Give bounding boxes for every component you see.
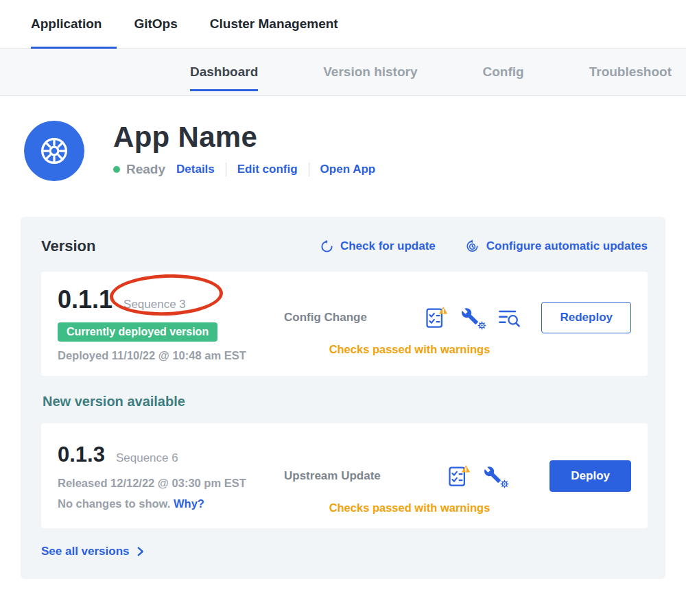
- configure-automatic-updates-label: Configure automatic updates: [486, 239, 648, 253]
- new-version-row: 0.1.3 Sequence 6: [58, 442, 284, 467]
- edit-config-link[interactable]: Edit config: [237, 163, 298, 176]
- app-status: Ready: [113, 162, 165, 177]
- chevron-right-icon: [136, 546, 145, 557]
- config-wrench-icon[interactable]: [461, 306, 484, 329]
- version-section-title: Version: [41, 237, 291, 255]
- gear-icon: [477, 321, 486, 330]
- page-title: App Name: [113, 121, 375, 154]
- wrench-icon: [484, 466, 501, 484]
- auto-update-clock-icon: [464, 239, 480, 254]
- divider: [309, 163, 309, 176]
- new-version-icons: [404, 464, 549, 488]
- config-wrench-icon[interactable]: [484, 464, 507, 488]
- see-all-versions-link[interactable]: See all versions: [41, 545, 145, 558]
- app-sub-nav: Dashboard Version history Config Trouble…: [0, 49, 686, 96]
- new-checks-status: Checks passed with warnings: [284, 501, 535, 514]
- app-meta-row: Ready Details Edit config Open App: [113, 162, 375, 177]
- preflight-checks-warning-icon[interactable]: [447, 464, 471, 488]
- new-version-action-row: Upstream Update: [284, 460, 631, 492]
- divider: [226, 163, 226, 176]
- current-version-action-row: Config Change: [284, 302, 631, 333]
- new-version-heading: New version available: [43, 394, 648, 410]
- status-dot: [113, 166, 120, 173]
- no-changes-line: No changes to show. Why?: [58, 497, 284, 510]
- primary-nav: Application GitOps Cluster Management: [0, 0, 686, 49]
- redeploy-button[interactable]: Redeploy: [541, 302, 631, 333]
- current-version-number: 0.1.1: [58, 285, 113, 314]
- current-version-info: 0.1.1 Sequence 3 Currently deployed vers…: [58, 285, 284, 362]
- current-checks-status: Checks passed with warnings: [284, 343, 535, 356]
- tab-version-history[interactable]: Version history: [323, 49, 417, 95]
- new-version-number: 0.1.3: [58, 442, 105, 467]
- deployed-timestamp: Deployed 11/10/22 @ 10:48 am EST: [58, 349, 284, 362]
- details-link[interactable]: Details: [176, 163, 215, 176]
- top-tab-gitops[interactable]: GitOps: [134, 0, 177, 48]
- view-diff-icon[interactable]: [497, 305, 521, 330]
- tab-dashboard[interactable]: Dashboard: [190, 49, 258, 95]
- new-version-card: 0.1.3 Sequence 6 Released 12/12/22 @ 03:…: [41, 423, 648, 528]
- tab-config[interactable]: Config: [483, 49, 524, 95]
- configure-automatic-updates-button[interactable]: Configure automatic updates: [464, 239, 648, 254]
- top-tab-cluster-management[interactable]: Cluster Management: [210, 0, 338, 48]
- tab-troubleshoot[interactable]: Troubleshoot: [589, 49, 672, 95]
- current-version-icons: [404, 305, 541, 330]
- see-all-versions-label: See all versions: [41, 545, 130, 558]
- version-section-header: Version Check for update Configure autom…: [41, 237, 648, 255]
- new-version-actions: Upstream Update: [284, 437, 631, 514]
- app-header-text: App Name Ready Details Edit config Open …: [113, 121, 375, 177]
- deploy-button[interactable]: Deploy: [549, 460, 631, 492]
- preflight-checks-warning-icon[interactable]: [424, 305, 449, 330]
- new-change-type: Upstream Update: [284, 469, 404, 483]
- new-sequence-label: Sequence 6: [116, 451, 178, 465]
- kubernetes-wheel-icon: [36, 133, 72, 169]
- gear-icon: [500, 479, 509, 488]
- current-version-row: 0.1.1 Sequence 3: [58, 285, 284, 314]
- open-app-link[interactable]: Open App: [320, 163, 376, 176]
- no-changes-text: No changes to show.: [58, 497, 170, 510]
- released-timestamp: Released 12/12/22 @ 03:30 pm EST: [58, 477, 284, 490]
- new-version-info: 0.1.3 Sequence 6 Released 12/12/22 @ 03:…: [58, 437, 284, 514]
- status-label: Ready: [126, 162, 165, 177]
- refresh-icon: [320, 239, 334, 254]
- kubernetes-logo: [24, 121, 84, 181]
- current-sequence-label: Sequence 3: [123, 298, 186, 311]
- wrench-icon: [461, 307, 479, 325]
- current-version-actions: Config Change: [284, 285, 631, 362]
- version-section: Version Check for update Configure autom…: [21, 217, 665, 579]
- deployed-badge: Currently deployed version: [58, 322, 217, 342]
- current-change-type: Config Change: [284, 311, 404, 324]
- check-for-update-button[interactable]: Check for update: [320, 239, 436, 254]
- current-version-card: 0.1.1 Sequence 3 Currently deployed vers…: [41, 272, 648, 376]
- check-for-update-label: Check for update: [340, 239, 436, 253]
- app-header: App Name Ready Details Edit config Open …: [0, 96, 686, 181]
- top-tab-application[interactable]: Application: [31, 0, 102, 48]
- why-link[interactable]: Why?: [174, 497, 204, 510]
